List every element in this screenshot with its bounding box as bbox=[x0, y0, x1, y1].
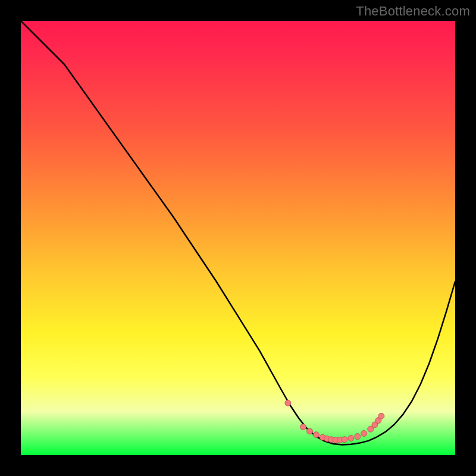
curve-marker bbox=[361, 431, 367, 437]
bottleneck-curve bbox=[21, 21, 455, 445]
curve-marker bbox=[307, 428, 313, 434]
curve-marker bbox=[313, 432, 319, 438]
curve-marker bbox=[378, 413, 384, 419]
curve-marker bbox=[355, 434, 361, 440]
watermark-text: TheBottleneck.com bbox=[356, 4, 470, 19]
curve-marker bbox=[300, 424, 306, 430]
chart-svg bbox=[21, 21, 455, 455]
marker-group bbox=[285, 400, 384, 443]
curve-marker bbox=[285, 400, 291, 406]
curve-marker bbox=[348, 436, 354, 441]
plot-area bbox=[21, 21, 455, 455]
curve-marker bbox=[342, 437, 347, 443]
